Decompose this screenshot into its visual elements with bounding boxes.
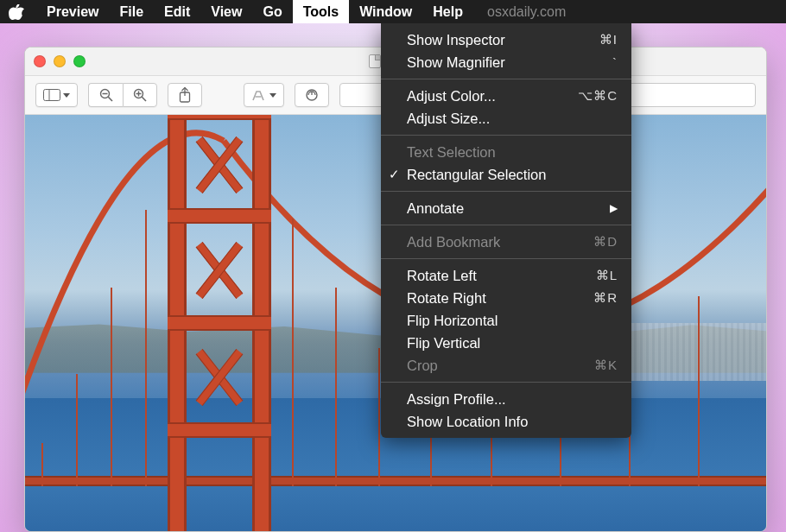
menu-item-rotate-left[interactable]: Rotate Left⌘L [381,264,631,287]
menu-separator [381,225,631,225]
apple-logo-icon[interactable] [9,4,24,20]
menu-item-assign-profile[interactable]: Assign Profile... [381,388,631,410]
menubar-help[interactable]: Help [422,0,473,23]
svg-line-6 [142,97,146,101]
chevron-down-icon [63,93,70,98]
checkmark-icon: ✓ [389,167,400,182]
svg-line-3 [108,97,112,101]
menu-item-label: Add Bookmark [407,234,593,250]
menu-item-shortcut: ⌘R [593,290,618,306]
menu-item-shortcut: ⌘D [593,234,618,250]
zoom-in-button[interactable] [123,83,157,107]
bridge-tower [168,115,271,531]
menu-item-label: Flip Horizontal [407,313,618,329]
menubar-view[interactable]: View [200,0,252,23]
menu-item-show-magnifier[interactable]: Show Magnifier` [381,51,631,73]
fullscreen-button[interactable] [73,55,86,67]
zoom-in-icon [133,88,147,102]
menu-item-label: Adjust Color... [407,88,578,104]
sidebar-view-button[interactable] [35,83,78,107]
menubar: Preview File Edit View Go Tools Window H… [0,0,786,23]
menubar-tools[interactable]: Tools [293,0,349,23]
menubar-file[interactable]: File [109,0,154,23]
menu-item-label: Show Location Info [407,414,618,430]
menu-item-adjust-size[interactable]: Adjust Size... [381,107,631,130]
chevron-down-icon [269,93,276,98]
zoom-out-button[interactable] [88,83,123,107]
menubar-watermark: osxdaily.com [477,0,576,23]
menu-separator [381,382,631,383]
menu-item-label: Text Selection [407,144,618,161]
document-icon [369,54,381,68]
traffic-lights [34,55,86,67]
menu-item-label: Show Magnifier [407,54,612,71]
menu-item-label: Rotate Left [407,268,596,284]
menu-item-shortcut: ` [612,55,618,70]
menu-item-label: Rectangular Selection [407,167,618,183]
menubar-app[interactable]: Preview [36,0,109,23]
menu-item-annotate[interactable]: Annotate▶ [381,197,631,219]
markup-toolbox-button[interactable] [295,83,329,107]
menu-item-flip-vertical[interactable]: Flip Vertical [381,332,631,354]
menubar-go[interactable]: Go [252,0,292,23]
menu-item-show-inspector[interactable]: Show Inspector⌘I [381,28,631,51]
menu-item-label: Flip Vertical [407,335,618,352]
menu-item-shortcut: ⌥⌘C [578,88,618,104]
menu-item-label: Annotate [407,200,610,217]
zoom-out-icon [99,88,113,102]
menu-item-label: Assign Profile... [407,391,618,408]
markup-toolbox-icon [304,88,320,102]
highlight-button[interactable] [244,83,284,107]
menu-item-label: Show Inspector [407,32,599,48]
zoom-group [88,83,157,107]
minimize-button[interactable] [54,55,66,67]
menu-item-add-bookmark: Add Bookmark⌘D [381,231,631,253]
menu-separator [381,191,631,192]
menu-item-show-location-info[interactable]: Show Location Info [381,410,631,433]
highlight-icon [251,88,267,102]
menu-item-label: Rotate Right [407,290,593,307]
sidebar-icon [43,89,60,101]
menubar-window[interactable]: Window [349,0,422,23]
menu-item-label: Adjust Size... [407,111,618,127]
submenu-arrow-icon: ▶ [610,202,618,214]
menu-item-shortcut: ⌘I [599,32,618,48]
menu-item-rotate-right[interactable]: Rotate Right⌘R [381,287,631,309]
close-button[interactable] [34,55,46,67]
menu-item-adjust-color[interactable]: Adjust Color...⌥⌘C [381,85,631,107]
menu-separator [381,79,631,79]
menu-separator [381,135,631,136]
share-button[interactable] [168,83,202,107]
menu-item-flip-horizontal[interactable]: Flip Horizontal [381,309,631,332]
menubar-edit[interactable]: Edit [154,0,200,23]
menu-item-label: Crop [407,358,594,374]
menu-separator [381,258,631,259]
menu-item-crop: Crop⌘K [381,354,631,377]
tools-menu: Show Inspector⌘IShow Magnifier`Adjust Co… [381,23,631,438]
menu-item-shortcut: ⌘L [596,268,618,283]
menu-item-rectangular-selection[interactable]: ✓Rectangular Selection [381,163,631,186]
menu-item-shortcut: ⌘K [594,358,618,373]
share-icon [179,87,191,103]
svg-rect-0 [44,90,60,101]
menu-item-text-selection: Text Selection [381,141,631,163]
